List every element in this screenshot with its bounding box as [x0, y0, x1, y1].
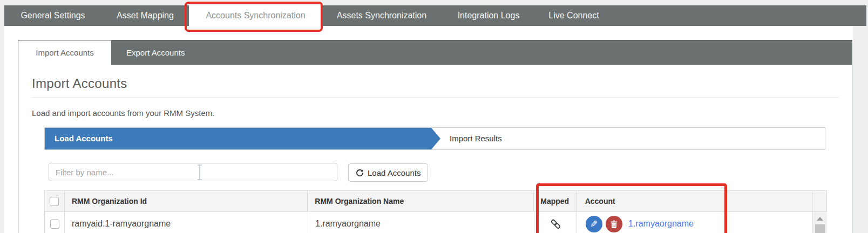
select-all-checkbox[interactable]	[50, 197, 59, 206]
column-header-rmm-organization-name[interactable]: RMM Organization Name	[307, 191, 533, 211]
scrollbar-thumb[interactable]	[815, 224, 825, 233]
column-header-account[interactable]: Account	[576, 191, 812, 211]
row-checkbox[interactable]	[50, 220, 59, 229]
wizard-step-load-accounts[interactable]: Load Accounts	[45, 128, 431, 149]
edit-account-button[interactable]: ✎	[586, 216, 602, 232]
column-header-mapped[interactable]: Mapped	[533, 191, 576, 211]
table-row: ramyaid.1-ramyaorgname 1.ramyaorgname	[45, 212, 826, 233]
nav-tab-general-settings[interactable]: General Settings	[4, 5, 101, 26]
row-select-cell	[45, 212, 64, 233]
cell-account: ✎	[577, 212, 813, 233]
page-description: Load and import accounts from your RMM S…	[32, 108, 839, 118]
scrollbar-header-cell	[812, 191, 826, 211]
cell-rmm-org-id: ramyaid.1-ramyaorgname	[64, 212, 308, 233]
import-accounts-panel: Import Accounts Load and import accounts…	[18, 77, 852, 233]
wizard-arrow	[431, 128, 440, 149]
tab-import-accounts[interactable]: Import Accounts	[18, 40, 111, 65]
trash-icon	[611, 220, 618, 228]
cell-rmm-org-name: 1.ramyaorgname	[308, 212, 534, 233]
page-title: Import Accounts	[32, 77, 839, 98]
nav-tab-asset-mapping[interactable]: Asset Mapping	[101, 5, 189, 26]
accounts-table: RMM Organization Id RMM Organization Nam…	[44, 190, 827, 233]
table-scrollbar[interactable]	[812, 212, 827, 233]
wizard-step-import-results[interactable]: Import Results	[450, 128, 502, 149]
nav-tab-accounts-synchronization[interactable]: Accounts Synchronization	[189, 5, 322, 26]
tab-export-accounts[interactable]: Export Accounts	[111, 40, 200, 65]
nav-tab-assets-synchronization[interactable]: Assets Synchronization	[322, 5, 441, 26]
top-nav: General Settings Asset Mapping Accounts …	[4, 5, 866, 26]
tab-panel: Import Accounts Export Accounts Import A…	[18, 40, 852, 233]
link-icon	[550, 218, 561, 230]
column-header-rmm-organization-id[interactable]: RMM Organization Id	[64, 191, 307, 211]
pencil-icon: ✎	[590, 220, 598, 229]
table-header-row: RMM Organization Id RMM Organization Nam…	[45, 191, 826, 212]
wizard-steps: Load Accounts Import Results	[44, 127, 825, 150]
filter-row: Load Accounts	[44, 162, 839, 182]
content-area: Import Accounts Export Accounts Import A…	[4, 26, 853, 233]
delete-mapping-button[interactable]	[606, 216, 622, 232]
load-accounts-button-label: Load Accounts	[368, 168, 421, 177]
cell-mapped	[534, 212, 577, 233]
nav-tab-live-connect[interactable]: Live Connect	[536, 5, 612, 26]
refresh-icon	[356, 169, 364, 177]
load-accounts-button[interactable]: Load Accounts	[348, 163, 428, 182]
nav-tab-integration-logs[interactable]: Integration Logs	[441, 5, 536, 26]
subtab-bar: Import Accounts Export Accounts	[18, 40, 852, 65]
filter-input[interactable]	[49, 163, 337, 181]
select-all-cell	[45, 191, 64, 211]
scrollbar-up-arrow-icon[interactable]	[817, 217, 823, 221]
account-link[interactable]: 1.ramyaorgname	[628, 219, 694, 229]
